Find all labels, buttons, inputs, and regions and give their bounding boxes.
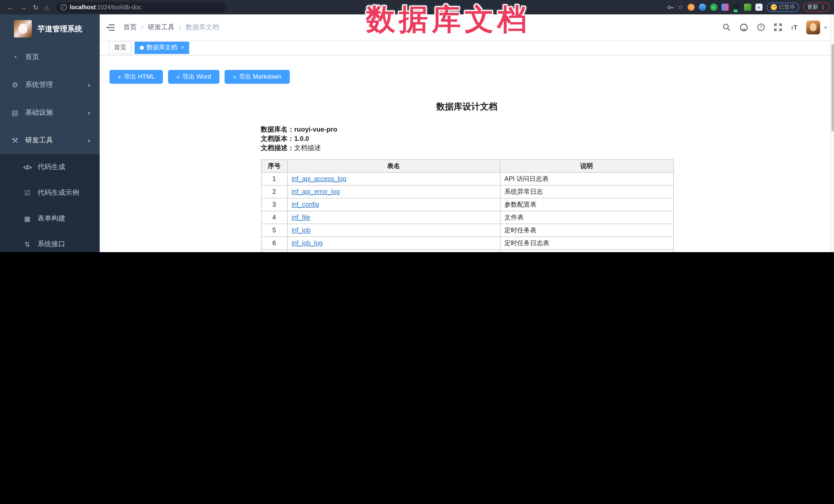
doc-info-value: 1.0.0 [294, 134, 309, 144]
extension-on-icon[interactable] [732, 4, 740, 11]
tables-overview-table: 序号表名说明 1inf_api_access_logAPI 访问日志表2inf_… [261, 159, 674, 252]
kebab-menu-icon[interactable]: ⋮ [820, 4, 826, 10]
scrollbar-thumb[interactable] [831, 44, 834, 132]
sidebar-item-label: 表单构建 [38, 214, 65, 223]
infrastructure-icon: ▤ [11, 108, 19, 117]
svg-text:?: ? [760, 25, 762, 30]
search-icon[interactable] [723, 23, 731, 31]
table-name-link[interactable]: inf_file [292, 214, 310, 221]
avatar[interactable] [806, 20, 820, 34]
home-icon[interactable]: ⌂ [45, 4, 49, 10]
font-size-icon[interactable]: TT [791, 24, 797, 30]
tag-数据库文档[interactable]: 数据库文档× [135, 41, 189, 54]
page-scrollbar[interactable] [830, 15, 834, 252]
extension-grid-icon[interactable] [721, 4, 728, 11]
table-desc-cell: 定时任务日志表 [500, 237, 673, 249]
table-row: 3inf_config参数配置表 [261, 198, 673, 211]
table-row: 6inf_job_log定时任务日志表 [261, 237, 673, 249]
doc-info-value: 文档描述 [294, 144, 321, 153]
table-name-link[interactable]: inf_job_log [292, 240, 323, 247]
app-logo [14, 20, 32, 38]
key-icon[interactable] [667, 4, 674, 10]
plus-icon: + [233, 73, 236, 81]
active-tag-dot [140, 45, 144, 50]
sidebar-item-代码生成示例[interactable]: ☑代码生成示例 [0, 180, 100, 205]
sidebar-item-首页[interactable]: ◔首页 [0, 43, 100, 71]
table-header-1: 表名 [287, 160, 500, 172]
table-row: 4inf_file文件表 [261, 211, 673, 224]
table-name-cell: inf_api_error_log [287, 185, 500, 198]
breadcrumb-item[interactable]: 研发工具 [148, 23, 174, 32]
gear-icon: ⚙ [11, 81, 19, 89]
table-name-link[interactable]: inf_api_error_log [292, 188, 340, 195]
sidebar-logo-row[interactable]: 芋道管理系统 [0, 15, 100, 43]
form-icon: ▦ [23, 215, 31, 222]
browser-update-button[interactable]: 更新 ⋮ [803, 3, 830, 12]
forward-icon[interactable]: → [20, 4, 27, 10]
export-button-0[interactable]: +导出 HTML [109, 70, 163, 84]
table-name-link[interactable]: inf_config [292, 201, 319, 208]
site-info-icon[interactable]: i [61, 4, 67, 10]
db-doc: 数据库设计文档 数据库名：ruoyi-vue-pro文档版本：1.0.0文档描述… [261, 101, 673, 252]
doc-info-label: 数据库名： [261, 125, 294, 134]
extension-blue-icon[interactable] [699, 4, 706, 11]
sidebar-item-label: 系统管理 [25, 80, 53, 89]
table-row: 7sys_dept部门表 [261, 249, 673, 252]
github-icon[interactable] [740, 23, 748, 31]
table-name-cell: inf_job_log [287, 237, 500, 249]
sidebar-item-label: 首页 [25, 52, 39, 62]
doc-info-label: 文档描述： [261, 144, 294, 153]
api-icon: ⇅ [23, 240, 31, 248]
help-icon[interactable]: ? [757, 23, 765, 31]
sidebar-item-研发工具[interactable]: ⚒研发工具∧ [0, 127, 100, 154]
fullscreen-icon[interactable] [774, 23, 782, 31]
collapse-sidebar-icon[interactable] [106, 23, 115, 31]
sidebar-item-基础设施[interactable]: ▤基础设施∨ [0, 99, 100, 127]
back-icon[interactable]: ← [7, 4, 14, 10]
export-button-2[interactable]: +导出 Markdown [224, 70, 289, 84]
reload-icon[interactable]: ↻ [33, 4, 39, 10]
main-area: 首页/研发工具/数据库文档 ? TT ▾ [100, 15, 834, 252]
sidebar-item-系统管理[interactable]: ⚙系统管理∨ [0, 71, 100, 99]
doc-info-row: 文档版本：1.0.0 [261, 134, 673, 144]
table-name-link[interactable]: inf_job [292, 227, 311, 234]
row-index: 1 [261, 172, 287, 185]
app-shell: 芋道管理系统 ◔首页⚙系统管理∨▤基础设施∨⚒研发工具∧</>代码生成☑代码生成… [0, 15, 834, 252]
export-button-1[interactable]: +导出 Word [168, 70, 219, 84]
update-label: 更新 [807, 4, 818, 11]
table-name-cell: sys_dept [287, 249, 500, 252]
sidebar-item-代码生成[interactable]: </>代码生成 [0, 154, 100, 180]
table-desc-cell: 文件表 [500, 211, 673, 224]
breadcrumb-item[interactable]: 首页 [123, 23, 137, 32]
table-row: 1inf_api_access_logAPI 访问日志表 [261, 172, 673, 185]
extension-leaf-icon[interactable] [744, 4, 751, 11]
check-circle-icon: ☑ [23, 189, 31, 197]
table-header-0: 序号 [261, 160, 287, 172]
extension-orange-icon[interactable] [687, 4, 695, 11]
paused-extension-pill[interactable]: 已暂停 [766, 3, 799, 12]
sidebar: 芋道管理系统 ◔首页⚙系统管理∨▤基础设施∨⚒研发工具∧</>代码生成☑代码生成… [0, 15, 100, 252]
row-index: 4 [261, 211, 287, 224]
table-desc-cell: 系统异常日志 [500, 185, 673, 198]
row-index: 6 [261, 237, 287, 249]
table-desc-cell: 部门表 [500, 249, 673, 252]
plus-icon: + [118, 73, 121, 81]
sidebar-item-系统接口[interactable]: ⇅系统接口 [0, 231, 100, 252]
bookmark-star-icon[interactable]: ☆ [678, 4, 683, 10]
address-bar[interactable]: i localhost:1024/tool/db-doc [56, 2, 225, 13]
sidebar-item-表单构建[interactable]: ▦表单构建 [0, 205, 100, 231]
extension-green-check-icon[interactable]: ✓ [710, 4, 717, 11]
row-index: 7 [261, 249, 287, 252]
tag-首页[interactable]: 首页 [109, 41, 132, 54]
breadcrumb-item: 数据库文档 [186, 23, 219, 32]
row-index: 5 [261, 224, 287, 237]
row-index: 2 [261, 185, 287, 198]
table-name-link[interactable]: inf_api_access_log [292, 175, 346, 182]
table-desc-cell: 参数配置表 [500, 198, 673, 211]
export-button-label: 导出 Markdown [239, 72, 281, 81]
caret-down-icon[interactable]: ▾ [824, 24, 827, 30]
extension-puzzle-icon[interactable]: ♠ [755, 4, 762, 11]
close-icon[interactable]: × [181, 45, 184, 50]
doc-info-label: 文档版本： [261, 134, 294, 144]
watermark-title: 数据库文档 [366, 0, 530, 40]
